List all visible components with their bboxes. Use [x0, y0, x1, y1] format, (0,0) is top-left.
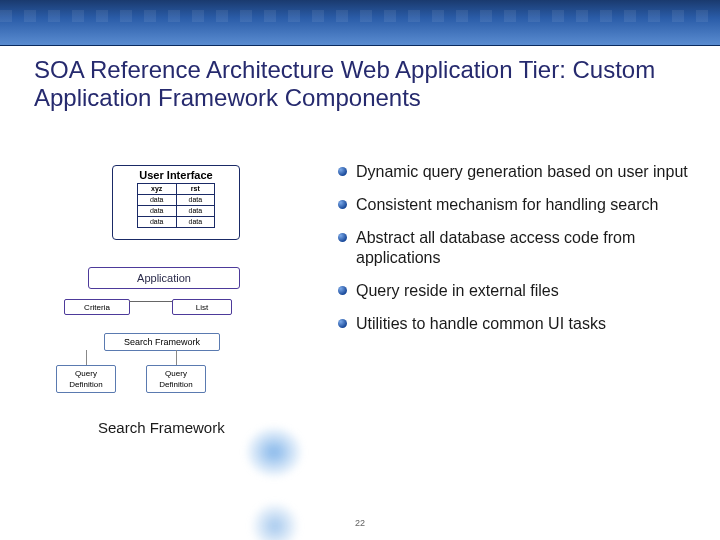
- connector-line: [86, 350, 87, 366]
- application-group: Application Criteria List: [64, 267, 264, 329]
- bullet-list: Dynamic query generation based on user i…: [336, 162, 700, 347]
- list-item: Abstract all database access code from a…: [336, 228, 700, 268]
- criteria-box: Criteria: [64, 299, 130, 315]
- ui-data-table: xyz rst data data data data data data: [137, 183, 215, 228]
- list-item: Dynamic query generation based on user i…: [336, 162, 700, 182]
- list-box: List: [172, 299, 232, 315]
- list-item: Consistent mechanism for handling search: [336, 195, 700, 215]
- table-row: data data: [137, 195, 214, 206]
- user-interface-label: User Interface: [113, 166, 239, 183]
- connector-line: [129, 301, 172, 309]
- connector-line: [176, 350, 177, 366]
- table-header-cell: rst: [176, 184, 215, 195]
- table-row: data data: [137, 217, 214, 228]
- decorative-shade: [244, 425, 304, 479]
- page-number: 22: [0, 518, 720, 528]
- list-item: Query reside in external files: [336, 281, 700, 301]
- user-interface-box: User Interface xyz rst data data data da…: [112, 165, 240, 240]
- header-band: [0, 0, 720, 46]
- table-header-cell: xyz: [137, 184, 176, 195]
- application-box: Application: [88, 267, 240, 289]
- page-title: SOA Reference Architecture Web Applicati…: [34, 56, 700, 112]
- section-title: Search Framework: [98, 419, 225, 436]
- list-item: Utilities to handle common UI tasks: [336, 314, 700, 334]
- search-framework-group: Search Framework QueryDefinition QueryDe…: [56, 333, 272, 399]
- query-definition-box: QueryDefinition: [56, 365, 116, 393]
- table-row: data data: [137, 206, 214, 217]
- search-framework-box: Search Framework: [104, 333, 220, 351]
- query-definition-box: QueryDefinition: [146, 365, 206, 393]
